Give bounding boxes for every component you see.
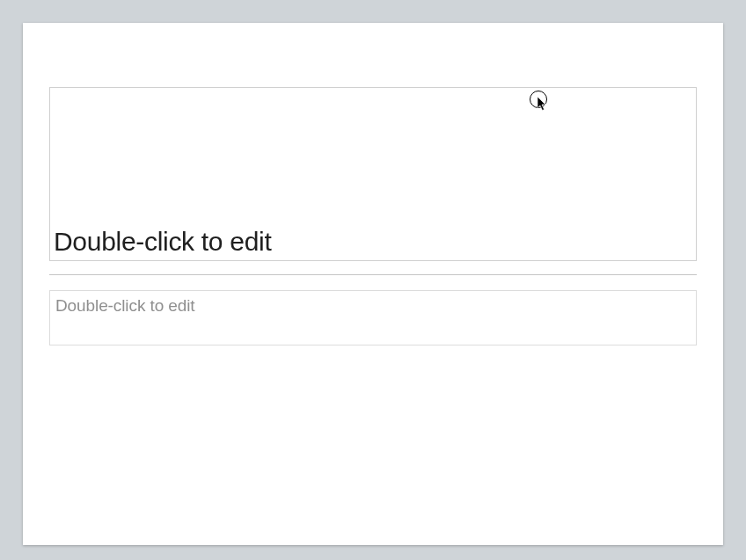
title-placeholder-text: Double-click to edit: [54, 227, 271, 257]
body-placeholder-text: Double-click to edit: [55, 296, 195, 315]
title-divider: [49, 274, 697, 275]
slide-canvas: Double-click to edit Double-click to edi…: [23, 23, 723, 545]
title-placeholder-box[interactable]: Double-click to edit: [49, 87, 697, 261]
body-placeholder-box[interactable]: Double-click to edit: [49, 290, 697, 345]
